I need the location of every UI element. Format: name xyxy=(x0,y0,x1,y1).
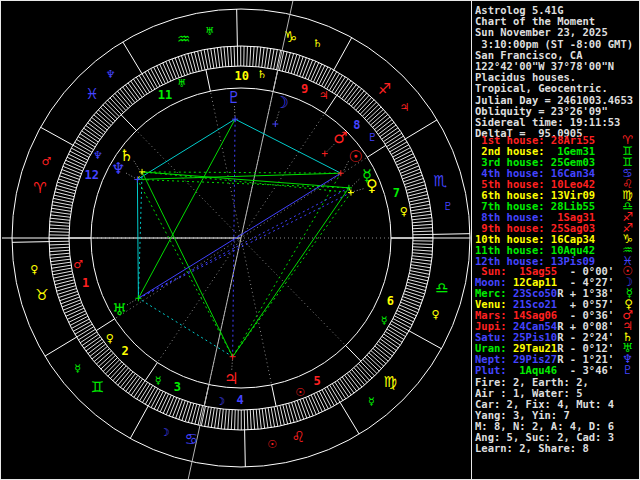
stats-text: Learn: 2, Share: 8 xyxy=(475,442,589,454)
degree-tick xyxy=(268,48,271,68)
degree-tick xyxy=(412,218,432,220)
degree-tick xyxy=(176,400,183,419)
degree-tick xyxy=(64,305,82,313)
planet-pointer xyxy=(354,189,364,192)
house-number: 7 xyxy=(393,186,400,200)
header-text: 3:10:00pm (ST -8:00 GMT) xyxy=(475,38,633,50)
degree-tick xyxy=(413,231,433,232)
degree-tick xyxy=(58,291,77,297)
house-natural-ruler-icon: ♇ xyxy=(367,131,377,144)
degree-tick xyxy=(401,302,420,309)
degree-tick xyxy=(403,297,422,304)
header-text: Sidereal time: 19:11:53 xyxy=(475,116,620,128)
degree-tick xyxy=(62,169,81,176)
degree-tick xyxy=(211,408,214,428)
sun-glyph-icon: ☉ xyxy=(349,147,363,166)
capricorn-sign-icon: ♑ xyxy=(284,28,297,46)
degree-tick xyxy=(178,57,185,76)
degree-tick xyxy=(308,61,316,79)
house-number: 12 xyxy=(85,168,99,182)
degree-tick xyxy=(61,297,80,304)
degree-tick xyxy=(57,289,76,295)
sign-boundary xyxy=(45,337,77,356)
planet-position: 1Aqu46 xyxy=(513,364,557,376)
header-text: Astrolog 5.41G xyxy=(475,4,564,16)
cancer-ruler-icon: ☽ xyxy=(160,426,170,439)
degree-tick xyxy=(412,253,432,255)
degree-tick xyxy=(291,54,297,73)
degree-tick xyxy=(250,410,251,430)
degree-tick xyxy=(169,60,177,79)
house-cusp-segment xyxy=(367,145,386,157)
house-natural-ruler-icon: ♃ xyxy=(319,89,329,102)
degree-tick xyxy=(405,182,424,188)
aspect-sextile xyxy=(137,119,235,179)
degree-tick xyxy=(406,288,425,294)
house-number: 3 xyxy=(174,380,181,394)
stats-line: Learn: 2, Share: 8 xyxy=(475,443,589,454)
degree-tick xyxy=(410,268,430,271)
degree-tick xyxy=(211,48,214,68)
house-number: 5 xyxy=(313,374,320,388)
degree-tick xyxy=(412,256,432,258)
planet-delta: - 3°46' xyxy=(564,364,615,376)
degree-tick xyxy=(49,225,69,226)
degree-tick xyxy=(50,253,70,255)
degree-tick xyxy=(401,169,420,176)
degree-tick xyxy=(207,49,211,69)
degree-tick xyxy=(49,247,69,248)
degree-tick xyxy=(413,228,433,229)
aspect-trine xyxy=(142,172,233,357)
jupiter-glyph-icon: ♃ xyxy=(224,369,238,388)
house-number: 9 xyxy=(301,82,308,96)
planet-label: Plut: xyxy=(475,364,513,376)
degree-tick xyxy=(253,46,254,66)
sign-boundary xyxy=(41,127,73,145)
house-natural-ruler-icon: ☿ xyxy=(381,314,388,327)
degree-tick xyxy=(59,176,78,182)
planet-row: Plut: 1Aqu46 - 3°46' xyxy=(475,365,614,376)
degree-tick xyxy=(51,208,71,211)
house-natural-ruler-icon: ☉ xyxy=(295,386,305,399)
header-text: Placidus houses. xyxy=(475,71,576,83)
sagittarius-ruler-icon: ♃ xyxy=(399,101,409,114)
taurus-sign-icon: ♉ xyxy=(35,286,48,304)
degree-tick xyxy=(413,250,433,251)
degree-tick xyxy=(179,401,185,420)
degree-tick xyxy=(49,232,69,233)
aries-ruler-icon: ♂ xyxy=(41,155,51,168)
degree-tick xyxy=(215,408,218,428)
header-text: San Francisco, CA xyxy=(475,49,582,61)
degree-tick xyxy=(308,396,316,414)
house-cusp-segment xyxy=(346,345,361,361)
degree-tick xyxy=(259,409,261,429)
degree-tick xyxy=(305,60,312,79)
degree-tick xyxy=(400,166,419,174)
degree-tick xyxy=(294,402,300,421)
planet-pointer xyxy=(126,173,135,178)
house-natural-ruler-icon: ☿ xyxy=(155,374,162,387)
degree-tick xyxy=(57,182,76,188)
degree-tick xyxy=(50,256,70,258)
info-sidebar: Astrolog 5.41GChart of the MomentSun Nov… xyxy=(472,1,640,480)
degree-tick xyxy=(247,46,248,66)
degree-tick xyxy=(399,163,417,171)
aspect-trine xyxy=(137,179,349,187)
degree-tick xyxy=(49,244,69,245)
degree-tick xyxy=(52,268,72,272)
degree-tick xyxy=(410,204,430,208)
degree-tick xyxy=(221,409,223,429)
sign-boundary xyxy=(409,331,441,349)
degree-tick xyxy=(411,211,431,214)
degree-tick xyxy=(256,409,258,429)
aspect-trine xyxy=(233,188,349,357)
degree-tick xyxy=(175,58,182,77)
degree-tick xyxy=(185,403,191,422)
degree-tick xyxy=(247,410,248,430)
degree-tick xyxy=(169,398,176,417)
libra-ruler-icon: ♀ xyxy=(432,308,440,321)
house-cusp-line xyxy=(115,240,239,319)
house-number: 2 xyxy=(122,344,129,358)
degree-tick xyxy=(253,410,254,430)
house-cusp-line xyxy=(243,240,346,345)
